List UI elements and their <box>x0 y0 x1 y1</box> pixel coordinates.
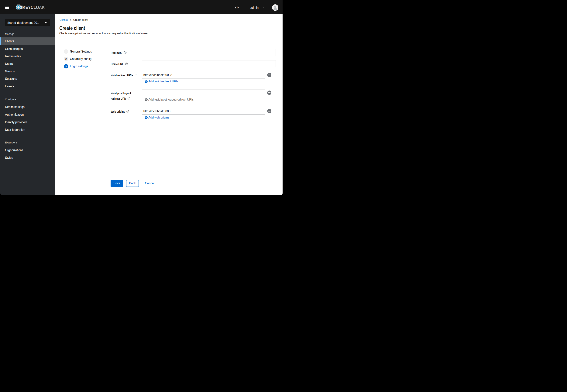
svg-text:KEYCLOAK: KEYCLOAK <box>23 5 45 10</box>
svg-text:?: ? <box>127 110 128 112</box>
svg-text:?: ? <box>136 74 137 76</box>
svg-text:?: ? <box>126 63 127 65</box>
svg-text:?: ? <box>125 51 126 53</box>
svg-text:?: ? <box>128 97 129 99</box>
svg-text:?: ? <box>236 6 238 9</box>
